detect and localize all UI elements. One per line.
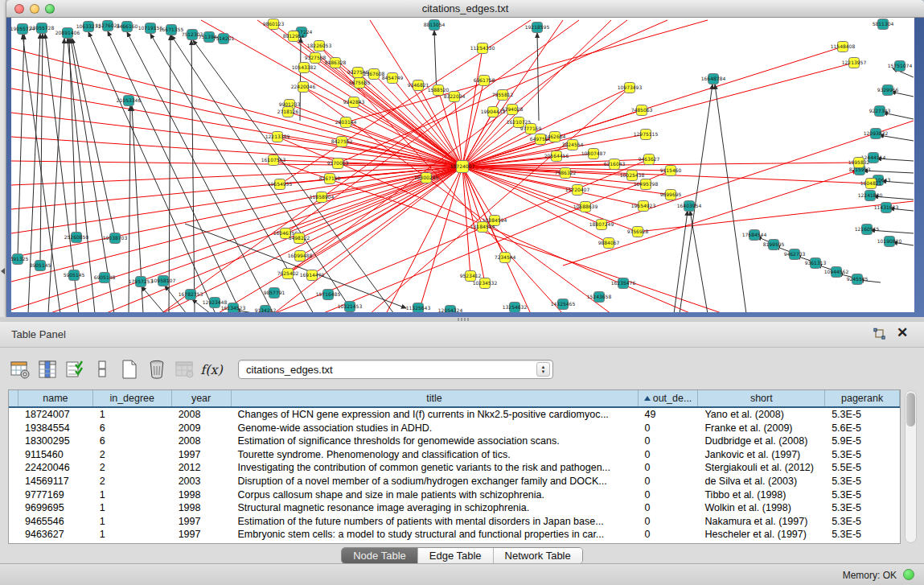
cited-node[interactable]: 9463627 bbox=[639, 154, 660, 165]
cited-node[interactable]: 9699695 bbox=[660, 190, 682, 200]
cited-node[interactable]: 8322034 bbox=[444, 92, 466, 102]
citing-node[interactable]: 12241880 bbox=[858, 191, 883, 201]
column-header-pagerank[interactable]: pagerank bbox=[825, 390, 900, 406]
citation-edge-red[interactable] bbox=[11, 113, 462, 167]
cited-node[interactable]: 13184594 bbox=[470, 222, 495, 233]
cited-node[interactable]: 11548408 bbox=[831, 42, 856, 52]
citing-node[interactable]: 19038703 bbox=[103, 233, 128, 244]
citing-node[interactable]: 9227343 bbox=[869, 106, 891, 117]
table-scrollbar[interactable] bbox=[905, 390, 917, 543]
citing-node[interactable]: 16648784 bbox=[701, 74, 726, 84]
cited-node[interactable]: 2718126 bbox=[277, 107, 299, 117]
row-height-icon[interactable] bbox=[88, 356, 116, 383]
citing-node[interactable]: 8813054 bbox=[424, 20, 446, 31]
table-row[interactable]: 1938455462009Genome-wide association stu… bbox=[9, 422, 900, 435]
citation-edge-black[interactable] bbox=[127, 32, 273, 312]
network-canvas[interactable]: 1905572423055728208914061063327115276021… bbox=[11, 18, 914, 312]
cited-node[interactable]: 10543382 bbox=[292, 63, 317, 73]
citation-edge-black[interactable] bbox=[191, 40, 195, 312]
citation-edge-black[interactable] bbox=[72, 39, 115, 236]
cited-node[interactable]: 8186328 bbox=[325, 58, 347, 68]
citation-edge-black[interactable] bbox=[690, 211, 708, 312]
citing-node[interactable]: 16403954 bbox=[677, 201, 702, 212]
cited-node[interactable]: 7234544 bbox=[495, 253, 516, 263]
close-panel-icon[interactable]: ✕ bbox=[895, 326, 910, 340]
citing-node[interactable]: 9857791 bbox=[264, 288, 285, 299]
cited-node[interactable]: 12213957 bbox=[842, 58, 867, 68]
cited-node[interactable]: 20564456 bbox=[544, 151, 569, 162]
column-header-name[interactable]: name bbox=[18, 390, 93, 406]
column-header-short[interactable]: short bbox=[698, 390, 825, 406]
citation-edge-black[interactable] bbox=[18, 35, 24, 257]
citing-node[interactable]: 17684544 bbox=[742, 230, 767, 241]
citing-node[interactable]: 13254632 bbox=[503, 303, 528, 313]
cited-node[interactable]: 9170063 bbox=[327, 159, 349, 169]
citing-node[interactable]: 16671355 bbox=[159, 25, 184, 35]
cited-node[interactable]: 7955812 bbox=[492, 90, 514, 101]
citing-node[interactable]: 5811304 bbox=[873, 19, 894, 30]
show-columns-icon[interactable] bbox=[34, 356, 61, 383]
citing-node[interactable]: 11431683 bbox=[874, 203, 899, 213]
cited-node[interactable]: 9242843 bbox=[343, 97, 365, 108]
select-rows-icon[interactable] bbox=[61, 356, 88, 383]
column-header-title[interactable]: title bbox=[232, 390, 639, 406]
cited-node[interactable]: 8454749 bbox=[382, 73, 404, 84]
citing-node[interactable]: 25260850 bbox=[64, 233, 89, 243]
cited-node[interactable]: 9884067 bbox=[598, 238, 620, 249]
cited-node[interactable]: 2803144 bbox=[335, 117, 357, 128]
cited-node[interactable]: 10807487 bbox=[581, 149, 606, 159]
collapse-arrow-icon[interactable] bbox=[1, 268, 5, 274]
citation-edge-red[interactable] bbox=[346, 20, 708, 122]
control-panel-strip[interactable] bbox=[0, 0, 6, 322]
citing-node[interactable]: 9245505 bbox=[847, 274, 869, 285]
table-row[interactable]: 2242004622012Investigating the contribut… bbox=[9, 461, 900, 475]
function-builder-icon[interactable]: f(x) bbox=[198, 356, 225, 383]
citation-edge-black[interactable] bbox=[879, 135, 914, 141]
citation-edge-black[interactable] bbox=[715, 84, 746, 312]
cited-node[interactable]: 9115460 bbox=[660, 166, 682, 176]
cited-node[interactable]: 8427552 bbox=[331, 137, 353, 147]
citing-node[interactable]: 8905145 bbox=[30, 261, 51, 271]
citing-node[interactable]: 23055728 bbox=[30, 23, 55, 34]
citing-node[interactable]: 11325643 bbox=[406, 303, 431, 313]
cited-node[interactable]: 18807249 bbox=[589, 220, 614, 230]
citation-edge-red[interactable] bbox=[462, 167, 602, 225]
cited-node[interactable]: 22420046 bbox=[291, 82, 316, 93]
citing-node[interactable]: 12093832 bbox=[864, 129, 889, 139]
citation-edge-red[interactable] bbox=[11, 167, 462, 282]
cited-node[interactable]: 8912954 bbox=[283, 31, 305, 42]
citation-edge-red[interactable] bbox=[563, 171, 857, 266]
column-header-in_degree[interactable]: in_degree bbox=[93, 390, 172, 406]
column-header-year[interactable]: year bbox=[172, 390, 232, 406]
citing-node[interactable]: 6905148 bbox=[94, 273, 116, 283]
tab-network-table[interactable]: Network Table bbox=[494, 548, 582, 563]
cited-node[interactable]: 10688639 bbox=[573, 202, 598, 212]
citation-edge-black[interactable] bbox=[674, 211, 688, 312]
memory-status-icon[interactable] bbox=[903, 569, 914, 580]
table-row[interactable]: 946362711997Embryonic stem cells: a mode… bbox=[9, 528, 900, 542]
cited-node[interactable]: 12975115 bbox=[634, 130, 659, 140]
citing-node[interactable]: 14325465 bbox=[551, 299, 576, 310]
network-window-titlebar[interactable]: citations_edges.txt bbox=[6, 0, 924, 18]
table-row[interactable]: 911546021997Tourette syndrome. Phenomeno… bbox=[9, 448, 900, 462]
citation-edge-black[interactable] bbox=[680, 84, 713, 312]
citation-edge-black[interactable] bbox=[863, 171, 914, 173]
citing-node[interactable]: 8466160 bbox=[117, 22, 138, 32]
table-scrollbar-thumb[interactable] bbox=[906, 393, 915, 426]
citing-node[interactable]: 9134212 bbox=[255, 306, 277, 313]
table-row[interactable]: 977716911998Corpus callosum shape and si… bbox=[9, 488, 900, 502]
citing-node[interactable]: 9391325 bbox=[11, 254, 29, 265]
cited-node[interactable]: 11254330 bbox=[470, 43, 495, 54]
citing-node[interactable]: 16235476 bbox=[611, 278, 636, 289]
citing-node[interactable]: 12160565 bbox=[855, 225, 880, 235]
table-row[interactable]: 1872400712008Changes of HCN gene express… bbox=[9, 408, 900, 422]
citation-edge-red[interactable] bbox=[11, 48, 462, 167]
network-table-select[interactable]: citations_edges.txt ▲▼ bbox=[238, 360, 553, 379]
citing-node[interactable]: 20891406 bbox=[55, 28, 80, 39]
citing-node[interactable]: 10321453 bbox=[338, 302, 363, 312]
citation-edge-black[interactable] bbox=[883, 113, 914, 119]
table-row[interactable]: 1456911722003Disruption of a novel membe… bbox=[9, 475, 900, 488]
citing-node[interactable]: 7514201 bbox=[213, 34, 235, 44]
cited-node[interactable]: 7625402 bbox=[277, 269, 299, 279]
citing-node[interactable]: 10190820 bbox=[877, 237, 902, 247]
